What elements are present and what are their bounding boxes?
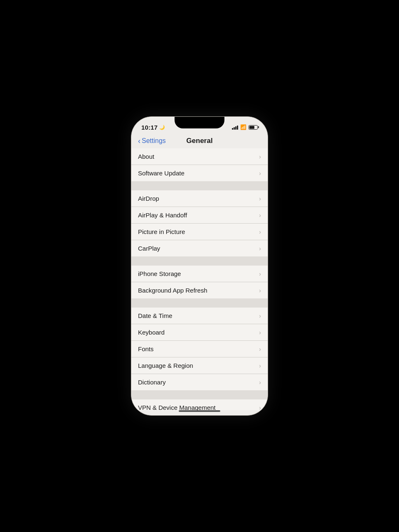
list-item-background-app-refresh[interactable]: Background App Refresh ›: [131, 282, 268, 298]
chevron-right-icon: ›: [259, 404, 261, 411]
chevron-right-icon: ›: [259, 346, 261, 352]
phone-frame: 10:17 🌙 📶 ‹ Settings: [131, 116, 268, 416]
chevron-left-icon: ‹: [138, 137, 140, 145]
chevron-right-icon: ›: [259, 195, 261, 202]
list-item-iphone-storage[interactable]: iPhone Storage ›: [131, 266, 268, 282]
list-item-label: VPN & Device Management: [138, 404, 216, 410]
settings-content: About › Software Update › AirDrop › AirP…: [131, 148, 268, 410]
chevron-right-icon: ›: [259, 379, 261, 386]
chevron-right-icon: ›: [259, 287, 261, 294]
list-item-dictionary[interactable]: Dictionary ›: [131, 374, 268, 390]
section-gap-4: [131, 390, 268, 399]
wifi-icon: 📶: [240, 124, 246, 130]
chevron-right-icon: ›: [259, 170, 261, 177]
chevron-right-icon: ›: [259, 313, 261, 319]
battery-fill: [249, 126, 254, 129]
status-time: 10:17: [141, 124, 158, 131]
list-item-label: AirPlay & Handoff: [138, 212, 187, 219]
list-item-language-region[interactable]: Language & Region ›: [131, 357, 268, 374]
page-title: General: [186, 137, 212, 145]
list-item-label: AirDrop: [138, 195, 159, 202]
section-1: About › Software Update ›: [131, 148, 268, 181]
section-gap-1: [131, 181, 268, 190]
list-item-airplay-handoff[interactable]: AirPlay & Handoff ›: [131, 207, 268, 224]
list-item-label: Dictionary: [138, 379, 166, 386]
list-item-label: Keyboard: [138, 329, 165, 336]
list-item-label: About: [138, 153, 154, 160]
back-label[interactable]: Settings: [142, 137, 166, 145]
moon-icon: 🌙: [159, 125, 165, 130]
list-item-fonts[interactable]: Fonts ›: [131, 341, 268, 357]
nav-bar: ‹ Settings General: [131, 135, 268, 148]
section-5: VPN & Device Management ›: [131, 399, 268, 410]
list-item-software-update[interactable]: Software Update ›: [131, 165, 268, 181]
list-item-carplay[interactable]: CarPlay ›: [131, 240, 268, 256]
section-4: Date & Time › Keyboard › Fonts › Languag…: [131, 308, 268, 390]
chevron-right-icon: ›: [259, 271, 261, 277]
list-item-date-time[interactable]: Date & Time ›: [131, 308, 268, 324]
list-item-about[interactable]: About ›: [131, 148, 268, 165]
section-3: iPhone Storage › Background App Refresh …: [131, 266, 268, 298]
section-2: AirDrop › AirPlay & Handoff › Picture in…: [131, 190, 268, 256]
list-item-label: Language & Region: [138, 362, 193, 369]
notch: [175, 117, 224, 128]
chevron-right-icon: ›: [259, 329, 261, 336]
list-item-airdrop[interactable]: AirDrop ›: [131, 190, 268, 207]
chevron-right-icon: ›: [259, 229, 261, 235]
list-item-label: CarPlay: [138, 245, 160, 252]
list-item-vpn-device-management[interactable]: VPN & Device Management ›: [131, 399, 268, 410]
home-indicator: [179, 410, 220, 412]
list-item-label: iPhone Storage: [138, 270, 181, 277]
list-item-label: Software Update: [138, 170, 185, 177]
list-item-label: Fonts: [138, 345, 154, 352]
section-gap-2: [131, 256, 268, 266]
list-item-label: Date & Time: [138, 312, 172, 319]
list-item-picture-in-picture[interactable]: Picture in Picture ›: [131, 224, 268, 240]
chevron-right-icon: ›: [259, 362, 261, 369]
battery-icon: [249, 125, 258, 130]
signal-bars-icon: [232, 125, 238, 130]
screen: 10:17 🌙 📶 ‹ Settings: [131, 117, 268, 415]
list-item-label: Picture in Picture: [138, 228, 185, 235]
list-item-label: Background App Refresh: [138, 287, 207, 294]
chevron-right-icon: ›: [259, 212, 261, 219]
back-button[interactable]: ‹ Settings: [138, 137, 166, 145]
status-icons: 📶: [232, 124, 258, 130]
chevron-right-icon: ›: [259, 153, 261, 160]
list-item-keyboard[interactable]: Keyboard ›: [131, 324, 268, 341]
section-gap-3: [131, 298, 268, 308]
chevron-right-icon: ›: [259, 245, 261, 252]
